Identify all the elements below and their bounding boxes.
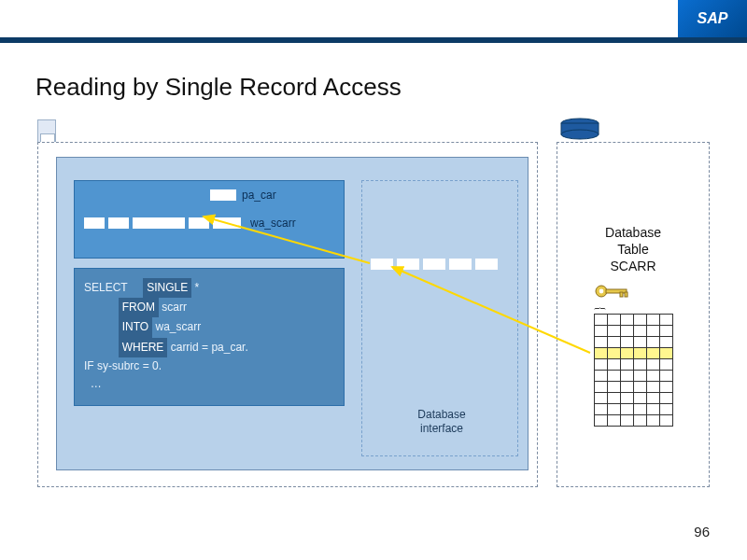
- scarr-table-grid: [594, 314, 673, 427]
- sap-logo: SAP: [678, 0, 747, 37]
- svg-rect-5: [606, 289, 627, 293]
- kw-from: FROM: [119, 298, 159, 317]
- program-area: pa_car wa_scarr SELECT SINGLE * FROM sca…: [56, 157, 529, 470]
- db-interface-label-l1: Database: [417, 408, 465, 421]
- database-icon: [560, 118, 599, 140]
- pa-car-label: pa_car: [242, 189, 276, 202]
- code-star: *: [195, 281, 200, 294]
- code-where-cond: carrid = pa_car.: [171, 341, 248, 354]
- buffer-slot: [475, 259, 498, 270]
- scarr-selected-row: [595, 348, 673, 359]
- db-interface-label: Database interface: [395, 408, 488, 436]
- key-brace: ︷: [594, 299, 622, 308]
- db-title-l1: Database: [605, 225, 661, 240]
- db-interface-label-l2: interface: [420, 422, 463, 435]
- code-from-tbl: scarr: [162, 301, 187, 314]
- sap-logo-text: SAP: [698, 10, 728, 27]
- top-bar: SAP: [0, 0, 747, 37]
- code-into-wa: wa_scarr: [155, 320, 201, 333]
- pa-car-field: pa_car: [210, 189, 276, 202]
- page-title: Reading by Single Record Access: [35, 73, 402, 102]
- wa-scarr-label: wa_scarr: [250, 217, 296, 230]
- svg-rect-6: [620, 292, 623, 297]
- wa-slot: [133, 217, 185, 229]
- wa-slot: [213, 217, 241, 229]
- kw-single: SINGLE: [143, 278, 191, 298]
- svg-point-4: [599, 289, 604, 294]
- buffer-slot: [371, 259, 393, 270]
- code-if-line: IF sy-subrc = 0.: [84, 357, 334, 375]
- buffer-slot: [397, 259, 419, 270]
- header-divider: [0, 37, 747, 43]
- key-icon: [594, 282, 631, 301]
- page-number: 96: [694, 524, 710, 539]
- svg-point-2: [561, 130, 599, 139]
- wa-slot: [84, 217, 105, 229]
- db-title-l3: SCARR: [610, 259, 655, 273]
- buffer-slot: [423, 259, 445, 270]
- svg-rect-7: [625, 292, 627, 297]
- wa-slot: [108, 217, 129, 229]
- kw-select: SELECT: [84, 281, 127, 294]
- code-ellipsis: …: [91, 377, 102, 390]
- interface-buffer-row: [371, 259, 498, 270]
- wa-slot: [189, 217, 209, 229]
- data-objects-box: pa_car wa_scarr: [74, 180, 345, 259]
- wa-scarr-structure: wa_scarr: [84, 217, 296, 230]
- kw-where: WHERE: [119, 338, 168, 357]
- abap-code-box: SELECT SINGLE * FROM scarr INTO wa_scarr…: [74, 268, 345, 406]
- db-table-title: Database Table SCARR: [573, 224, 693, 275]
- db-title-l2: Table: [617, 242, 648, 257]
- buffer-slot: [449, 259, 472, 270]
- pa-car-slot: [210, 189, 236, 201]
- kw-into: INTO: [119, 317, 152, 337]
